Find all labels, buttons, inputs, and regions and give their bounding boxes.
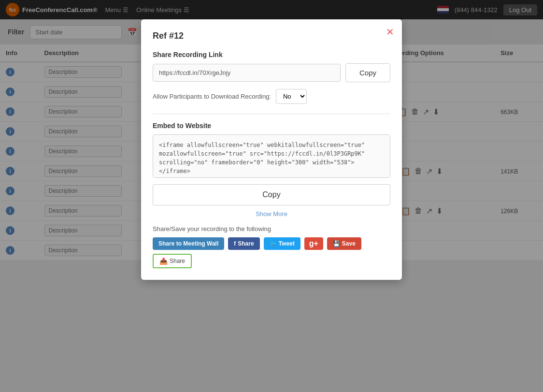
modal-overlay: Ref #12 ✕ Share Recording Link Copy Allo… xyxy=(0,0,543,261)
copy-link-button[interactable]: Copy xyxy=(345,63,390,82)
social-buttons-container: Share to Meeting Wall f Share 🐦 Tweet g+… xyxy=(153,237,390,261)
share-link-label: Share Recording Link xyxy=(153,51,390,58)
share-green-icon: 📤 xyxy=(159,257,168,261)
facebook-icon: f xyxy=(234,240,236,247)
share-link-row: Copy xyxy=(153,63,390,82)
show-more-link[interactable]: Show More xyxy=(153,210,390,218)
modal-dialog: Ref #12 ✕ Share Recording Link Copy Allo… xyxy=(141,19,402,261)
embed-code-textarea[interactable]: <iframe allowfullscreen="true" webkitall… xyxy=(153,134,390,178)
google-plus-button[interactable]: g+ xyxy=(304,237,323,250)
share-meeting-wall-button[interactable]: Share to Meeting Wall xyxy=(153,237,224,250)
divider xyxy=(153,114,390,114)
allow-download-select[interactable]: No Yes xyxy=(276,89,307,104)
download-row: Allow Participants to Download Recording… xyxy=(153,89,390,104)
twitter-icon: 🐦 xyxy=(270,240,277,247)
share-url-input[interactable] xyxy=(153,64,341,82)
social-section-label: Share/Save your recording to the followi… xyxy=(153,225,390,232)
modal-title: Ref #12 xyxy=(153,31,390,41)
copy-embed-button[interactable]: Copy xyxy=(153,184,390,205)
facebook-share-button[interactable]: f Share xyxy=(228,237,259,250)
save-icon: 💾 xyxy=(333,240,340,247)
highlighted-share-label: Share xyxy=(170,258,185,261)
embed-label: Embed to Website xyxy=(153,122,390,130)
highlighted-share-button[interactable]: 📤 Share xyxy=(153,254,192,261)
modal-close-button[interactable]: ✕ xyxy=(386,27,394,37)
download-label: Allow Participants to Download Recording… xyxy=(153,93,271,100)
twitter-tweet-button[interactable]: 🐦 Tweet xyxy=(264,237,300,250)
save-button[interactable]: 💾 Save xyxy=(327,237,361,250)
